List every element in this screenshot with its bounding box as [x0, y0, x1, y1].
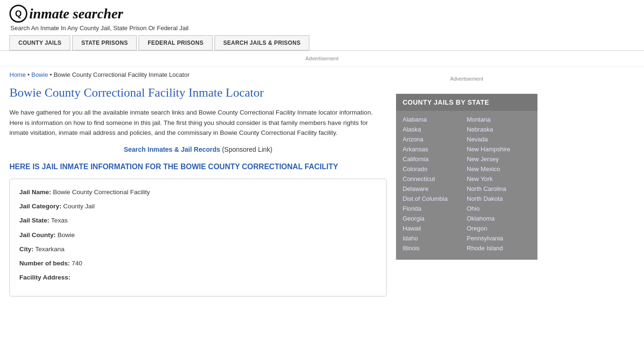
- address-row: Facility Address:: [19, 273, 377, 282]
- jail-county-label: Jail County:: [19, 231, 56, 239]
- jail-name-row: Jail Name: Bowie County Correctional Fac…: [19, 188, 377, 197]
- state-box-title: COUNTY JAILS BY STATE: [396, 94, 537, 111]
- jail-category-val: County Jail: [63, 203, 95, 210]
- sidebar-ad: Advertisement: [396, 71, 537, 86]
- main-content: Home • Bowie • Bowie County Correctional…: [9, 71, 387, 296]
- sponsored-label-text: (Sponsored Link): [222, 146, 272, 153]
- nav-federal-prisons-button[interactable]: FEDERAL PRISONS: [139, 35, 212, 50]
- nav-state-prisons-button[interactable]: STATE PRISONS: [72, 35, 137, 50]
- breadcrumb-home-link[interactable]: Home: [9, 71, 26, 78]
- state-link[interactable]: Alabama: [403, 115, 467, 124]
- state-link[interactable]: Rhode Island: [467, 243, 531, 253]
- nav-search-jails-button[interactable]: SEARCH JAILS & PRISONS: [215, 35, 310, 50]
- jail-name-label: Jail Name:: [19, 189, 51, 196]
- breadcrumb-current: Bowie County Correctional Facility Inmat…: [54, 71, 190, 78]
- header: Q inmate searcher Search An Inmate In An…: [0, 0, 644, 51]
- state-link[interactable]: Oregon: [467, 223, 531, 233]
- state-link[interactable]: Florida: [403, 204, 467, 214]
- jail-state-label: Jail State:: [19, 217, 50, 224]
- state-link[interactable]: Pennsylvania: [467, 233, 531, 243]
- jail-county-val: Bowie: [58, 231, 75, 239]
- state-link[interactable]: Oklahoma: [467, 214, 531, 223]
- tagline: Search An Inmate In Any County Jail, Sta…: [9, 25, 635, 32]
- logo-icon: Q: [9, 5, 27, 23]
- info-box: Jail Name: Bowie County Correctional Fac…: [9, 179, 387, 296]
- nav-county-jails-button[interactable]: COUNTY JAILS: [9, 35, 70, 50]
- state-link[interactable]: Arizona: [403, 134, 467, 144]
- state-link[interactable]: Montana: [467, 115, 531, 124]
- beds-val: 740: [72, 260, 83, 267]
- breadcrumb-bowie-link[interactable]: Bowie: [31, 71, 48, 78]
- city-val: Texarkana: [35, 246, 65, 253]
- state-link[interactable]: Idaho: [403, 233, 467, 243]
- page-description: We have gathered for you all the availab…: [9, 107, 387, 138]
- logo-text: inmate searcher: [29, 6, 123, 22]
- state-link[interactable]: North Dakota: [467, 194, 531, 204]
- beds-label: Number of beds:: [19, 260, 70, 267]
- sponsored-link[interactable]: Search Inmates & Jail Records: [124, 146, 220, 153]
- state-link[interactable]: Dist.of Columbia: [403, 194, 467, 204]
- state-link[interactable]: Illinois: [403, 243, 467, 253]
- state-link[interactable]: Connecticut: [403, 174, 467, 184]
- state-link[interactable]: Hawaii: [403, 223, 467, 233]
- state-list: AlabamaMontanaAlaskaNebraskaArizonaNevad…: [396, 111, 537, 260]
- jail-state-val: Texas: [51, 217, 67, 224]
- main-nav: COUNTY JAILS STATE PRISONS FEDERAL PRISO…: [9, 35, 635, 50]
- page-title: Bowie County Correctional Facility Inmat…: [9, 86, 387, 100]
- state-link[interactable]: Georgia: [403, 214, 467, 223]
- state-link[interactable]: New Mexico: [467, 164, 531, 174]
- main-layout: Home • Bowie • Bowie County Correctional…: [0, 71, 644, 296]
- state-link[interactable]: Nevada: [467, 134, 531, 144]
- logo-area: Q inmate searcher: [9, 5, 635, 23]
- state-link[interactable]: Nebraska: [467, 124, 531, 134]
- state-link[interactable]: Ohio: [467, 204, 531, 214]
- jail-county-row: Jail County: Bowie: [19, 230, 377, 240]
- state-link[interactable]: New York: [467, 174, 531, 184]
- logo-q: Q: [15, 9, 22, 19]
- jail-state-row: Jail State: Texas: [19, 216, 377, 225]
- state-link[interactable]: California: [403, 154, 467, 164]
- state-link[interactable]: Arkansas: [403, 144, 467, 154]
- city-row: City: Texarkana: [19, 245, 377, 254]
- jail-category-label: Jail Category:: [19, 203, 61, 210]
- address-label: Facility Address:: [19, 274, 70, 281]
- breadcrumb: Home • Bowie • Bowie County Correctional…: [9, 71, 387, 78]
- state-box: COUNTY JAILS BY STATE AlabamaMontanaAlas…: [396, 94, 537, 260]
- state-link[interactable]: Delaware: [403, 184, 467, 194]
- state-link[interactable]: Colorado: [403, 164, 467, 174]
- beds-row: Number of beds: 740: [19, 259, 377, 268]
- city-label: City:: [19, 246, 33, 253]
- sidebar: Advertisement COUNTY JAILS BY STATE Alab…: [396, 71, 537, 296]
- state-link[interactable]: Alaska: [403, 124, 467, 134]
- top-ad-banner: Advertisement: [0, 51, 644, 66]
- state-link[interactable]: New Jersey: [467, 154, 531, 164]
- jail-name-val: Bowie County Correctional Facility: [53, 189, 150, 196]
- state-link[interactable]: New Hampshire: [467, 144, 531, 154]
- sub-heading: HERE IS JAIL INMATE INFORMATION FOR THE …: [9, 163, 387, 171]
- sponsored-link-section: Search Inmates & Jail Records (Sponsored…: [9, 146, 387, 153]
- jail-category-row: Jail Category: County Jail: [19, 202, 377, 211]
- state-link[interactable]: North Carolina: [467, 184, 531, 194]
